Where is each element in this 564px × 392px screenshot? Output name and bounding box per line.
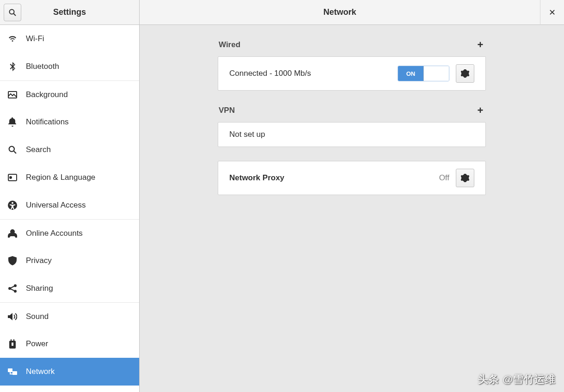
- gear-icon: [461, 69, 469, 78]
- sidebar-item-search[interactable]: Search: [0, 136, 139, 164]
- wired-section-title: Wired: [219, 40, 240, 49]
- vpn-section: VPN + Not set up: [218, 104, 486, 147]
- sidebar-item-label: Search: [26, 145, 51, 154]
- region-icon: [7, 174, 18, 181]
- svg-rect-13: [11, 339, 12, 341]
- sidebar-item-label: Power: [26, 339, 48, 349]
- svg-line-4: [14, 151, 16, 153]
- vpn-status: Not set up: [229, 130, 474, 139]
- sound-icon: [7, 312, 18, 321]
- proxy-status: Off: [439, 173, 449, 183]
- proxy-row: Network Proxy Off: [218, 161, 486, 195]
- privacy-icon: [7, 256, 18, 265]
- online-accounts-icon: [7, 229, 18, 238]
- sidebar-item-label: Sound: [26, 312, 49, 321]
- vpn-section-title: VPN: [219, 106, 235, 115]
- sidebar-item-privacy[interactable]: Privacy: [0, 247, 139, 275]
- sidebar: Settings Wi-Fi Bluetooth Background Noti…: [0, 0, 140, 392]
- svg-line-1: [14, 13, 16, 16]
- watermark: 头条 @雪竹运维: [478, 373, 556, 386]
- svg-point-3: [9, 147, 14, 152]
- svg-rect-14: [13, 339, 14, 341]
- wifi-icon: [7, 34, 18, 43]
- add-vpn-button[interactable]: +: [476, 104, 485, 116]
- sidebar-item-network[interactable]: Network: [0, 358, 139, 386]
- wired-status: Connected - 1000 Mb/s: [229, 69, 391, 78]
- sidebar-item-label: Privacy: [26, 256, 52, 265]
- sidebar-item-label: Network: [26, 367, 55, 376]
- sidebar-item-notifications[interactable]: Notifications: [0, 108, 139, 136]
- wired-section-header: Wired +: [218, 39, 486, 51]
- toggle-off-handle: [423, 66, 449, 81]
- sidebar-item-label: Wi-Fi: [26, 34, 44, 43]
- sidebar-item-bluetooth[interactable]: Bluetooth: [0, 53, 139, 80]
- sidebar-item-power[interactable]: Power: [0, 330, 139, 358]
- wired-settings-button[interactable]: [456, 64, 474, 83]
- search-icon: [9, 9, 16, 16]
- network-icon: [7, 368, 18, 376]
- wired-connection-row: Connected - 1000 Mb/s ON: [218, 56, 486, 91]
- sidebar-item-accessibility[interactable]: Universal Access: [0, 191, 139, 219]
- sidebar-item-sound[interactable]: Sound: [0, 302, 139, 330]
- content: Wired + Connected - 1000 Mb/s ON VPN: [140, 25, 564, 392]
- sidebar-item-label: Background: [26, 90, 68, 99]
- sidebar-item-sharing[interactable]: Sharing: [0, 275, 139, 302]
- svg-point-0: [10, 9, 14, 14]
- wired-section: Wired + Connected - 1000 Mb/s ON: [218, 39, 486, 91]
- wired-toggle[interactable]: ON: [398, 66, 449, 81]
- proxy-title: Network Proxy: [229, 173, 433, 183]
- sidebar-item-label: Online Accounts: [26, 229, 83, 238]
- vpn-row: Not set up: [218, 122, 486, 147]
- power-icon: [7, 339, 18, 349]
- add-wired-button[interactable]: +: [476, 39, 485, 51]
- sidebar-item-label: Bluetooth: [26, 62, 59, 71]
- svg-point-8: [12, 202, 13, 204]
- sidebar-item-wifi[interactable]: Wi-Fi: [0, 25, 139, 53]
- sidebar-title: Settings: [21, 7, 135, 17]
- sidebar-item-background[interactable]: Background: [0, 80, 139, 108]
- sidebar-item-label: Universal Access: [26, 201, 86, 210]
- search-button[interactable]: [4, 4, 21, 21]
- page-title: Network: [140, 7, 540, 17]
- bell-icon: [7, 117, 18, 127]
- gear-icon: [461, 174, 469, 182]
- toggle-on-label: ON: [398, 66, 423, 81]
- accessibility-icon: [7, 201, 18, 210]
- proxy-settings-button[interactable]: [456, 169, 474, 187]
- proxy-section: Network Proxy Off: [218, 161, 486, 195]
- vpn-section-header: VPN +: [218, 104, 486, 116]
- svg-point-6: [10, 177, 12, 178]
- close-button[interactable]: ✕: [540, 0, 564, 25]
- svg-rect-16: [8, 368, 12, 372]
- sidebar-header: Settings: [0, 0, 139, 25]
- sidebar-item-label: Region & Language: [26, 173, 95, 182]
- bluetooth-icon: [7, 62, 18, 71]
- sidebar-item-online-accounts[interactable]: Online Accounts: [0, 219, 139, 247]
- sidebar-list: Wi-Fi Bluetooth Background Notifications…: [0, 25, 139, 392]
- sharing-icon: [7, 284, 18, 293]
- sidebar-item-label: Notifications: [26, 117, 69, 127]
- search-icon: [7, 146, 18, 154]
- main-header: Network ✕: [140, 0, 564, 25]
- svg-rect-15: [12, 343, 13, 346]
- sidebar-item-region[interactable]: Region & Language: [0, 164, 139, 191]
- sidebar-item-label: Sharing: [26, 284, 53, 293]
- close-icon: ✕: [549, 7, 556, 18]
- main-panel: Network ✕ Wired + Connected - 1000 Mb/s …: [140, 0, 564, 392]
- background-icon: [7, 91, 18, 98]
